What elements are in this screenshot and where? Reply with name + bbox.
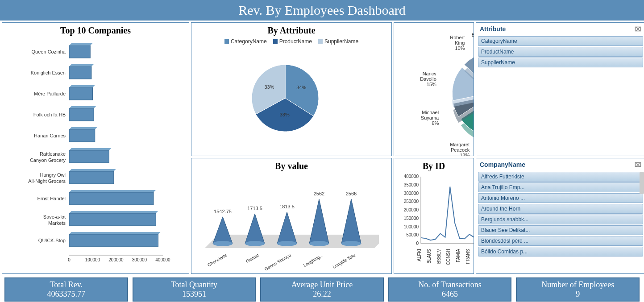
chart-title: By Attribute: [191, 23, 391, 37]
svg-text:18%: 18%: [460, 153, 469, 156]
scrollbar-thumb[interactable]: [640, 172, 644, 194]
slicer-item[interactable]: Alfreds Futterkiste: [478, 172, 643, 182]
svg-text:350000: 350000: [404, 182, 419, 187]
slicer-item[interactable]: CategoryName: [478, 36, 643, 46]
svg-text:15%: 15%: [427, 82, 436, 87]
svg-text:200000: 200000: [108, 257, 124, 262]
clear-filter-icon[interactable]: ⌧: [635, 26, 641, 33]
svg-text:10%: 10%: [455, 46, 465, 51]
svg-text:1542.75: 1542.75: [214, 209, 232, 214]
svg-text:300000: 300000: [404, 191, 419, 196]
svg-text:Robert: Robert: [450, 35, 465, 40]
svg-text:300000: 300000: [132, 257, 147, 262]
svg-text:2566: 2566: [346, 191, 357, 196]
chart-title: Top 10 Companies: [2, 23, 189, 37]
svg-rect-50: [69, 171, 114, 184]
slicer-title: Attribute: [480, 25, 506, 33]
legend: CategoryName ProductName SupplierName: [191, 38, 391, 45]
svg-text:400000: 400000: [155, 257, 170, 262]
slicer-item[interactable]: Blondesddsl père ...: [478, 236, 643, 246]
chart-by-id: By ID 0500001000001500002000002500003000…: [394, 158, 474, 274]
svg-text:FRANS: FRANS: [465, 249, 470, 264]
svg-text:Davolio: Davolio: [420, 76, 436, 82]
svg-text:Folk och fä HB: Folk och fä HB: [33, 112, 66, 117]
svg-marker-62: [69, 232, 161, 234]
svg-text:All-Night Grocers: All-Night Grocers: [28, 178, 66, 184]
svg-text:Mère Paillarde: Mère Paillarde: [34, 91, 66, 96]
slicer-item[interactable]: Ana Trujillo Emp...: [478, 182, 643, 192]
svg-text:Geitost: Geitost: [245, 252, 260, 264]
svg-text:Margaret: Margaret: [450, 142, 469, 147]
svg-text:150000: 150000: [404, 216, 419, 221]
chart-title: By value: [191, 158, 391, 172]
svg-point-76: [245, 241, 265, 246]
line-chart: 0500001000001500002000002500003000003500…: [394, 172, 474, 273]
svg-text:33%: 33%: [280, 112, 290, 117]
svg-marker-58: [69, 211, 158, 213]
svg-text:BSBEV: BSBEV: [436, 249, 441, 264]
slicer-item[interactable]: Antonio Moreno ...: [478, 193, 643, 203]
slicer-item[interactable]: Around the Horn: [478, 204, 643, 214]
chart-by-attribute: By Attribute CategoryName ProductName Su…: [191, 22, 392, 156]
svg-text:0: 0: [416, 241, 419, 246]
slicer-item[interactable]: Bólido Comidas p...: [478, 247, 643, 256]
svg-rect-43: [69, 129, 95, 142]
chart-title: By ID: [394, 158, 474, 172]
clear-filter-icon[interactable]: ⌧: [635, 161, 641, 168]
slicer-company: CompanyName ⌧ Alfreds FutterkisteAna Tru…: [476, 158, 644, 274]
slicer-item[interactable]: Berglunds snabbk...: [478, 215, 643, 224]
svg-marker-38: [69, 85, 95, 87]
kpi-card: No. of Transactions6465: [388, 277, 512, 302]
svg-rect-61: [69, 234, 158, 247]
kpi-row: Total Rev.4063375.77Total Quantity153951…: [0, 276, 644, 302]
svg-text:Peacock: Peacock: [451, 147, 470, 153]
slicer-item[interactable]: Blauer See Delikat...: [478, 225, 643, 235]
kpi-label: Total Rev.: [7, 280, 125, 290]
svg-rect-54: [69, 192, 154, 205]
pie-chart-3d: By nameAndrewFuller13%AnneDodsworth6%Jan…: [394, 23, 474, 156]
svg-text:Longlife Tofu: Longlife Tofu: [332, 252, 356, 269]
svg-marker-47: [69, 148, 111, 150]
svg-text:QUICK-Stop: QUICK-Stop: [38, 238, 66, 243]
svg-point-84: [309, 241, 329, 246]
svg-text:King: King: [455, 40, 465, 46]
svg-rect-37: [69, 87, 93, 100]
svg-text:Nancy: Nancy: [423, 71, 437, 76]
svg-marker-75: [245, 214, 265, 244]
chart-by-name: By nameAndrewFuller13%AnneDodsworth6%Jan…: [394, 22, 474, 156]
svg-rect-31: [69, 46, 90, 58]
svg-marker-79: [277, 212, 297, 244]
kpi-label: Number of Employees: [519, 280, 637, 290]
kpi-value: 4063375.77: [7, 290, 125, 299]
slicer-title: CompanyName: [480, 161, 525, 168]
svg-text:Suyama: Suyama: [421, 115, 439, 120]
slicer-item[interactable]: SupplierName: [478, 58, 643, 67]
svg-text:Hungry Owl: Hungry Owl: [40, 172, 66, 178]
kpi-card: Number of Employees9: [516, 277, 640, 302]
svg-rect-34: [69, 66, 91, 79]
svg-rect-57: [69, 213, 156, 226]
svg-marker-51: [69, 169, 116, 171]
svg-text:ALFKI: ALFKI: [417, 249, 422, 261]
kpi-value: 26.22: [263, 290, 381, 299]
svg-text:Ernst Handel: Ernst Handel: [37, 196, 66, 201]
cone-chart: 1542.75Chocolade1713.5Geitost1813.5Genen…: [191, 172, 379, 273]
svg-text:Königlich Essen: Königlich Essen: [31, 70, 66, 75]
svg-text:Michael: Michael: [422, 110, 439, 115]
svg-text:Laughing...: Laughing...: [303, 252, 324, 268]
svg-text:2562: 2562: [314, 191, 324, 196]
svg-point-88: [341, 241, 361, 246]
svg-text:Rattlesnake: Rattlesnake: [40, 151, 66, 157]
svg-text:1713.5: 1713.5: [247, 206, 262, 211]
svg-text:100000: 100000: [85, 257, 100, 262]
slicer-item[interactable]: ProductName: [478, 47, 643, 57]
svg-text:33%: 33%: [264, 84, 274, 90]
svg-marker-87: [341, 199, 361, 244]
slicer-attribute: Attribute ⌧ CategoryNameProductNameSuppl…: [476, 22, 644, 156]
svg-text:34%: 34%: [296, 85, 306, 90]
svg-marker-41: [69, 106, 96, 108]
svg-text:BLAUS: BLAUS: [427, 249, 432, 264]
kpi-label: No. of Transactions: [391, 280, 509, 290]
svg-text:FAMIA: FAMIA: [456, 249, 461, 262]
svg-text:CONSH: CONSH: [446, 249, 451, 265]
